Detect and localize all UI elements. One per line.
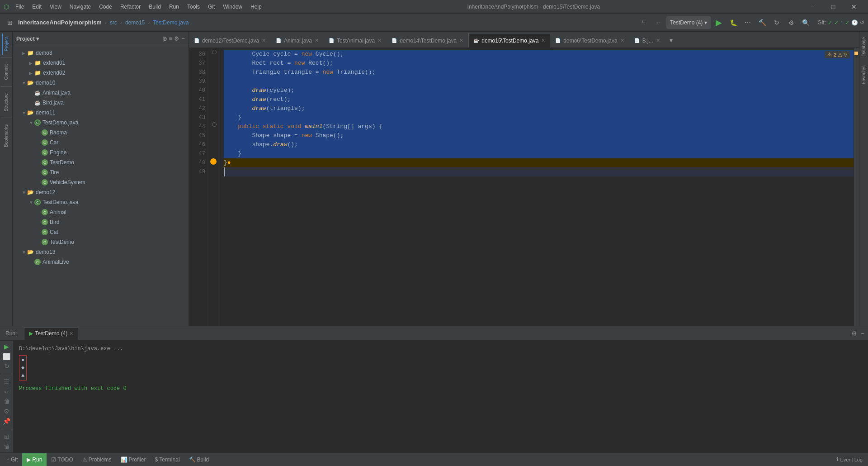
run-pin-btn[interactable]: 📌 bbox=[1, 417, 12, 425]
tree-item-extend01[interactable]: ▶ 📁 extend01 bbox=[13, 58, 189, 68]
vcs-icon[interactable]: ⑂ bbox=[637, 16, 650, 29]
tree-item-bird-d12[interactable]: C Bird bbox=[13, 217, 189, 227]
tree-item-cat-d12[interactable]: C Cat bbox=[13, 227, 189, 237]
bottom-settings-icon[interactable]: ⚙ bbox=[851, 330, 857, 337]
tree-item-demo8[interactable]: ▶ 📁 demo8 bbox=[13, 48, 189, 58]
close-button[interactable]: ✕ bbox=[844, 0, 864, 14]
tab-close-icon[interactable]: ✕ bbox=[459, 38, 463, 43]
sidebar-settings-icon[interactable]: ⚙ bbox=[174, 35, 179, 42]
settings-button[interactable]: ⚙ bbox=[785, 16, 797, 29]
coverage-button[interactable]: ⋯ bbox=[741, 16, 754, 29]
tab-close-icon[interactable]: ✕ bbox=[620, 38, 624, 43]
tab-testanimal[interactable]: 📄 TestAnimal.java ✕ bbox=[324, 33, 387, 48]
tree-item-tire[interactable]: C Tire bbox=[13, 167, 189, 177]
run-rerun-btn[interactable]: ↻ bbox=[1, 362, 12, 371]
tab-demo6-testdemo[interactable]: 📄 demo6\TestDemo.java ✕ bbox=[550, 33, 629, 48]
reload-button[interactable]: ↻ bbox=[770, 16, 783, 29]
run-stop-btn[interactable]: ⬜ bbox=[1, 352, 12, 361]
tree-item-animal-d12[interactable]: C Animal bbox=[13, 207, 189, 217]
tab-problems[interactable]: ⚠ Problems bbox=[78, 453, 116, 466]
tree-item-testdemo-class-d12[interactable]: C TestDemo bbox=[13, 237, 189, 247]
tree-item-testdemo-java-d12[interactable]: ▼ C TestDemo.java bbox=[13, 197, 189, 207]
menu-file[interactable]: File bbox=[12, 3, 28, 11]
structure-panel-btn[interactable]: Structure bbox=[2, 90, 10, 115]
tree-item-vehiclesystem[interactable]: C VehicleSystem bbox=[13, 177, 189, 187]
more-tabs-button[interactable]: ▾ bbox=[665, 34, 678, 47]
tab-close-icon[interactable]: ✕ bbox=[377, 38, 382, 43]
tab-close-icon[interactable]: ✕ bbox=[656, 38, 660, 43]
tree-item-demo12[interactable]: ▼ 📂 demo12 bbox=[13, 187, 189, 197]
breadcrumb-src[interactable]: src bbox=[110, 19, 117, 26]
database-panel-btn[interactable]: Database bbox=[860, 33, 867, 60]
tab-git[interactable]: ⑂ Git bbox=[2, 453, 22, 466]
run-trash-btn[interactable]: 🗑 bbox=[1, 442, 12, 451]
menu-help[interactable]: Help bbox=[247, 3, 265, 11]
bottom-minimize-icon[interactable]: − bbox=[861, 330, 864, 337]
sidebar-minimize-icon[interactable]: − bbox=[181, 35, 185, 42]
tree-item-testdemo-java-d11[interactable]: ▼ C TestDemo.java bbox=[13, 118, 189, 128]
tab-close-icon[interactable]: ✕ bbox=[262, 38, 266, 43]
run-wrap-btn[interactable]: ↵ bbox=[1, 388, 12, 396]
search-button[interactable]: 🔍 bbox=[799, 16, 812, 29]
menu-run[interactable]: Run bbox=[165, 3, 183, 11]
tab-demo12-testdemo[interactable]: 📄 demo12\TestDemo.java ✕ bbox=[189, 33, 271, 48]
tree-item-bird-java[interactable]: ☕ Bird.java bbox=[13, 98, 189, 108]
tree-item-demo10[interactable]: ▼ 📂 demo10 bbox=[13, 78, 189, 88]
tab-todo[interactable]: ☑ TODO bbox=[47, 453, 77, 466]
tree-item-animal-java[interactable]: ☕ Animal.java bbox=[13, 88, 189, 98]
run-tab-close[interactable]: ✕ bbox=[69, 331, 73, 337]
tab-terminal[interactable]: $ Terminal bbox=[151, 453, 184, 466]
warnings-panel[interactable]: ⚠ 2 △ ▽ bbox=[825, 51, 850, 58]
menu-tools[interactable]: Tools bbox=[184, 3, 203, 11]
tab-demo15-testdemo[interactable]: ☕ demo15\TestDemo.java ✕ bbox=[468, 33, 550, 48]
back-icon[interactable]: ← bbox=[652, 16, 665, 29]
menu-git[interactable]: Git bbox=[204, 3, 218, 11]
sidebar-scope-icon[interactable]: ⊕ bbox=[162, 35, 167, 42]
breadcrumb-demo15[interactable]: demo15 bbox=[125, 19, 145, 26]
commit-panel-btn[interactable]: Commit bbox=[2, 61, 10, 83]
tree-item-engine[interactable]: C Engine bbox=[13, 147, 189, 157]
menu-view[interactable]: View bbox=[46, 3, 65, 11]
code-content[interactable]: Cycle cycle = new Cycle(); Rect rect = n… bbox=[220, 48, 859, 326]
breadcrumb-file[interactable]: TestDemo.java bbox=[153, 19, 189, 26]
tree-item-baoma[interactable]: C Baoma bbox=[13, 128, 189, 138]
tab-bj[interactable]: 📄 B.j... ✕ bbox=[629, 33, 665, 48]
minimize-button[interactable]: − bbox=[802, 0, 823, 14]
tree-item-extend02[interactable]: ▶ 📁 extend02 bbox=[13, 68, 189, 78]
warning-chevron-down[interactable]: ▽ bbox=[844, 52, 847, 57]
tab-close-icon[interactable]: ✕ bbox=[541, 38, 545, 43]
tab-profiler[interactable]: 📊 Profiler bbox=[116, 453, 151, 466]
sidebar-collapse-icon[interactable]: ≡ bbox=[169, 35, 173, 42]
run-settings-btn[interactable]: ⚙ bbox=[1, 407, 12, 415]
maximize-button[interactable]: □ bbox=[823, 0, 844, 14]
favorites-panel-btn[interactable]: Favorites bbox=[860, 62, 867, 88]
menu-code[interactable]: Code bbox=[95, 3, 116, 11]
tree-item-car[interactable]: C Car bbox=[13, 138, 189, 147]
run-clear-btn[interactable]: 🗑 bbox=[1, 397, 12, 405]
run-filter-btn[interactable]: ☰ bbox=[1, 378, 12, 386]
menu-edit[interactable]: Edit bbox=[28, 3, 45, 11]
run-play-btn[interactable]: ▶ bbox=[1, 342, 12, 351]
tab-demo14-testdemo[interactable]: 📄 demo14\TestDemo.java ✕ bbox=[387, 33, 468, 48]
tree-item-testdemo-class-d11[interactable]: C TestDemo bbox=[13, 157, 189, 167]
tree-item-demo11[interactable]: ▼ 📂 demo11 bbox=[13, 108, 189, 118]
tab-build[interactable]: 🔨 Build bbox=[184, 453, 214, 466]
tree-item-demo13[interactable]: ▼ 📂 demo13 bbox=[13, 247, 189, 257]
tab-close-icon[interactable]: ✕ bbox=[315, 38, 319, 43]
run-config-selector[interactable]: TestDemo (4) ▾ bbox=[666, 16, 711, 29]
debug-button[interactable]: 🐛 bbox=[727, 16, 740, 29]
menu-refactor[interactable]: Refactor bbox=[117, 3, 144, 11]
project-panel-btn[interactable]: Project bbox=[2, 33, 10, 55]
warning-chevron-up[interactable]: △ bbox=[838, 52, 842, 57]
run-button[interactable]: ▶ bbox=[712, 16, 725, 29]
build-button[interactable]: 🔨 bbox=[756, 16, 769, 29]
run-tab-testdemo[interactable]: ▶ TestDemo (4) ✕ bbox=[24, 327, 78, 340]
menu-window[interactable]: Window bbox=[219, 3, 246, 11]
menu-build[interactable]: Build bbox=[145, 3, 165, 11]
menu-navigate[interactable]: Navigate bbox=[66, 3, 94, 11]
bookmarks-panel-btn[interactable]: Bookmarks bbox=[2, 121, 10, 151]
tab-animal[interactable]: 📄 Animal.java ✕ bbox=[271, 33, 324, 48]
tree-item-animallive-d13[interactable]: C AnimalLive bbox=[13, 257, 189, 267]
tab-run[interactable]: ▶ Run bbox=[22, 453, 47, 466]
run-layout-btn[interactable]: ⊞ bbox=[1, 433, 12, 441]
